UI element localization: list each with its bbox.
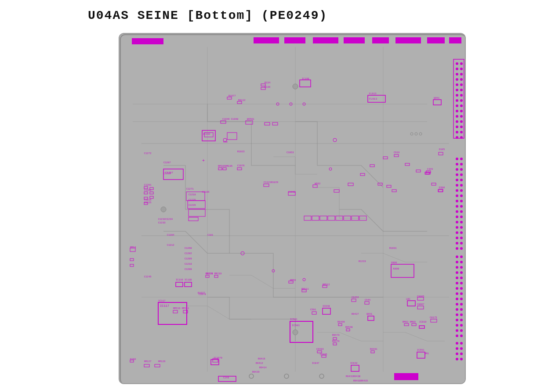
svg-text:R6418R6415: R6418R6415 xyxy=(353,379,368,382)
svg-text:C1202: C1202 xyxy=(185,252,192,255)
svg-text:C1076: C1076 xyxy=(237,164,245,167)
svg-point-52 xyxy=(460,179,463,181)
svg-point-70 xyxy=(460,226,463,229)
svg-text:C1273: C1273 xyxy=(206,272,213,275)
svg-text:RM126: RM126 xyxy=(158,360,166,363)
svg-text:W662: W662 xyxy=(315,182,320,185)
svg-text:RM59: RM59 xyxy=(290,279,296,282)
svg-text:C1232C1234: C1232C1234 xyxy=(158,218,173,221)
svg-text:RM82 RM80: RM82 RM80 xyxy=(403,320,416,324)
svg-rect-3 xyxy=(254,37,279,43)
svg-point-26 xyxy=(460,94,463,97)
svg-point-110 xyxy=(460,334,463,337)
svg-point-83 xyxy=(456,266,458,269)
svg-point-117 xyxy=(456,358,458,360)
svg-point-35 xyxy=(456,120,458,123)
svg-text:IC102: IC102 xyxy=(203,133,210,136)
svg-text:C1260: C1260 xyxy=(185,247,192,250)
svg-point-58 xyxy=(460,194,463,197)
svg-point-66 xyxy=(460,216,463,218)
svg-text:IC810: IC810 xyxy=(419,320,427,324)
pcb-container: icbase.com xyxy=(119,33,466,384)
svg-text:C8065: C8065 xyxy=(417,295,424,298)
svg-point-22 xyxy=(460,83,463,86)
svg-point-72 xyxy=(460,231,463,234)
svg-point-13 xyxy=(456,62,458,65)
svg-text:C1121R1829: C1121R1829 xyxy=(264,181,278,184)
svg-text:IC501: IC501 xyxy=(290,318,297,321)
svg-point-113 xyxy=(456,347,458,350)
svg-text:C1212: C1212 xyxy=(167,244,174,247)
svg-text:R6491: R6491 xyxy=(370,348,377,351)
svg-point-92 xyxy=(460,287,463,290)
svg-point-81 xyxy=(456,261,458,263)
svg-point-210 xyxy=(161,207,166,212)
svg-text:C1218: C1218 xyxy=(189,193,196,196)
svg-point-80 xyxy=(460,255,463,258)
svg-point-47 xyxy=(456,168,458,171)
svg-point-107 xyxy=(456,329,458,332)
svg-point-31 xyxy=(456,110,458,112)
svg-text:C1046 C1048: C1046 C1048 xyxy=(222,118,238,121)
svg-point-61 xyxy=(456,205,458,208)
svg-point-96 xyxy=(460,298,463,300)
svg-point-45 xyxy=(456,163,458,165)
svg-point-20 xyxy=(460,78,463,81)
svg-point-74 xyxy=(460,237,463,239)
svg-point-97 xyxy=(456,303,458,306)
svg-text:C181: C181 xyxy=(207,234,214,237)
svg-point-82 xyxy=(460,261,463,263)
svg-point-32 xyxy=(460,110,463,112)
svg-text:IC551: IC551 xyxy=(417,349,424,352)
svg-point-56 xyxy=(460,189,463,192)
svg-text:C1207: C1207 xyxy=(163,161,171,164)
svg-point-63 xyxy=(456,210,458,213)
svg-point-48 xyxy=(460,168,463,171)
svg-text:IC648: IC648 xyxy=(323,305,330,308)
svg-text:R6499: R6499 xyxy=(337,320,345,324)
svg-point-51 xyxy=(456,179,458,181)
svg-point-64 xyxy=(460,210,463,213)
svg-text:FL613: FL613 xyxy=(369,97,377,101)
svg-point-36 xyxy=(460,120,463,123)
svg-point-94 xyxy=(460,292,463,295)
svg-text:RM511: RM511 xyxy=(301,288,309,291)
svg-rect-6 xyxy=(344,37,365,43)
svg-point-105 xyxy=(456,324,458,327)
svg-text:IC117: IC117 xyxy=(160,304,169,308)
svg-text:C919: C919 xyxy=(394,151,399,154)
svg-point-98 xyxy=(460,303,463,306)
svg-text:C501: C501 xyxy=(310,308,316,311)
svg-point-118 xyxy=(460,358,463,360)
svg-text:C148: C148 xyxy=(223,376,229,379)
pcb-diagram: C1207 IC117 IC501 X800 FL613 xyxy=(120,34,465,383)
svg-point-73 xyxy=(456,237,458,239)
svg-point-62 xyxy=(460,205,463,208)
svg-text:IC501: IC501 xyxy=(292,324,300,327)
svg-text:R6473: R6473 xyxy=(332,334,340,337)
svg-text:C1053: C1053 xyxy=(287,151,294,154)
svg-rect-7 xyxy=(372,37,389,43)
svg-text:R1219: R1219 xyxy=(359,260,366,263)
page-title: U04AS SEINE [Bottom] (PE0249) xyxy=(88,9,327,22)
svg-text:C1262: C1262 xyxy=(144,189,152,192)
svg-text:C1208: C1208 xyxy=(185,268,192,271)
svg-point-24 xyxy=(460,89,463,91)
svg-text:R6415: R6415 xyxy=(258,357,265,360)
svg-point-95 xyxy=(456,298,458,300)
svg-point-29 xyxy=(456,104,458,107)
svg-text:C1209: C1209 xyxy=(185,257,192,260)
svg-text:D300: D300 xyxy=(439,186,445,189)
svg-text:C1078: C1078 xyxy=(199,293,206,296)
svg-point-28 xyxy=(460,99,463,102)
svg-text:R6548: R6548 xyxy=(345,326,353,329)
svg-text:+: + xyxy=(202,158,205,163)
svg-point-18 xyxy=(460,73,463,76)
svg-point-103 xyxy=(456,319,458,321)
svg-text:C1218: C1218 xyxy=(185,263,192,266)
svg-text:R6470: R6470 xyxy=(332,340,340,343)
svg-text:IC110 IC11B: IC110 IC11B xyxy=(176,278,192,281)
svg-point-102 xyxy=(460,313,463,316)
svg-text:R1023: R1023 xyxy=(237,150,245,153)
svg-point-27 xyxy=(456,99,458,102)
